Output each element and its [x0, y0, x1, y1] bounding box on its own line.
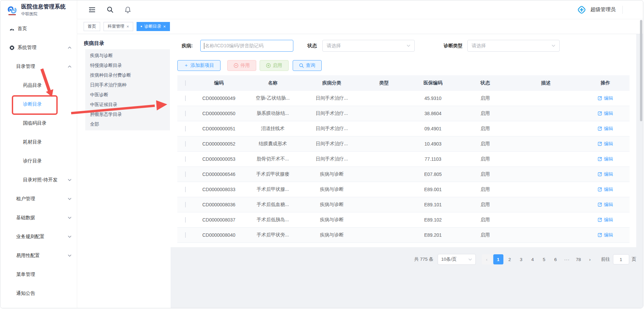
edit-button[interactable]: 编辑 — [598, 141, 613, 147]
panel-item-tcm-syndrome[interactable]: 中医证候目录 — [85, 100, 170, 109]
sidebar-item-system-mgmt[interactable]: 系统管理 — [0, 38, 77, 57]
vertical-scrollbar[interactable] — [640, 20, 642, 121]
edit-button[interactable]: 编辑 — [598, 126, 613, 132]
edit-button[interactable]: 编辑 — [598, 186, 613, 192]
tab-diagnosis-catalog[interactable]: ● 诊断目录 × — [137, 22, 170, 31]
row-checkbox[interactable] — [185, 187, 186, 192]
goto-page-input[interactable] — [613, 254, 629, 264]
diagnosis-type-select[interactable]: 请选择 — [467, 40, 560, 52]
panel-item-all[interactable]: 全部 — [85, 119, 170, 129]
catalog-card: 疾病: 名称/ICD10编码/拼音助记码 状态 请选择 诊断类型 请选择 — [171, 34, 636, 247]
disease-search-input[interactable]: 名称/ICD10编码/拼音助记码 — [200, 40, 293, 52]
cell-name: 肋骨切开术不... — [244, 156, 301, 162]
topbar: 超级管理员 — [77, 0, 643, 19]
sidebar-item-tenant-mgmt[interactable]: 租户管理 — [0, 189, 77, 208]
sidebar-item-drug-catalog[interactable]: 药品目录 — [0, 76, 77, 95]
panel-item-disease-diagnosis[interactable]: 疾病与诊断 — [85, 51, 170, 60]
tab-label: 科室管理 — [108, 24, 124, 29]
cell-status: 启用 — [460, 186, 510, 192]
sidebar-item-usability-config[interactable]: 易用性配置 — [0, 246, 77, 265]
tab-home[interactable]: 首页 — [84, 22, 100, 31]
select-all-checkbox[interactable] — [185, 80, 186, 86]
cell-code: CD0000006546 — [194, 172, 244, 177]
sidebar-item-catalog-mapping[interactable]: 目录对照-待开发 — [0, 171, 77, 189]
row-checkbox[interactable] — [185, 141, 186, 147]
page-button-1[interactable]: 1 — [493, 254, 503, 264]
button-label: 添加新项目 — [191, 62, 214, 69]
minus-circle-icon — [234, 63, 238, 68]
enable-button[interactable]: 启用 — [260, 60, 289, 71]
sidebar-item-catalog-mgmt[interactable]: 目录管理 — [0, 57, 77, 76]
next-page-button[interactable]: › — [585, 254, 595, 264]
page-button-6[interactable]: 6 — [551, 254, 561, 264]
collapse-menu-icon[interactable] — [89, 7, 95, 12]
prev-page-button[interactable]: ‹ — [482, 254, 492, 264]
status-select[interactable]: 请选择 — [322, 40, 415, 52]
search-icon[interactable] — [107, 6, 113, 13]
panel-item-payment-by-disease[interactable]: 按病种目录付费诊断 — [85, 70, 170, 80]
sidebar-item-label: 诊疗目录 — [23, 158, 42, 164]
sidebar-item-consumables-catalog[interactable]: 耗材目录 — [0, 133, 77, 152]
sidebar-item-label: 药品目录 — [23, 82, 42, 88]
query-button[interactable]: 查询 — [293, 60, 322, 71]
cell-insurance: 38.8604 — [406, 111, 460, 116]
chevron-down-icon — [468, 258, 472, 261]
panel-item-tumor-morphology[interactable]: 肿瘤形态学目录 — [85, 109, 170, 119]
panel-item-tcm-diagnosis[interactable]: 中医诊断 — [85, 90, 170, 100]
more-pages-icon[interactable]: ··· — [562, 254, 572, 264]
panel-item-chronic-diagnosis[interactable]: 特慢病诊断目录 — [85, 60, 170, 70]
edit-button[interactable]: 编辑 — [598, 202, 613, 208]
edit-button[interactable]: 编辑 — [598, 232, 613, 238]
medical-cross-icon — [576, 4, 587, 15]
cell-name: 空肠-乙状结肠... — [244, 95, 301, 101]
edit-button[interactable]: 编辑 — [598, 156, 613, 162]
bell-icon[interactable] — [125, 6, 131, 13]
add-item-button[interactable]: ＋ 添加新项目 — [177, 60, 221, 71]
sidebar-menu: 首页 系统管理 目录管理 药品目录 诊断目录 国临码目录 — [0, 19, 77, 303]
sidebar-item-business-rules[interactable]: 业务规则配置 — [0, 227, 77, 246]
input-placeholder: 名称/ICD10编码/拼音助记码 — [205, 43, 263, 49]
row-checkbox[interactable] — [185, 232, 186, 238]
edit-button[interactable]: 编辑 — [598, 95, 613, 101]
close-icon[interactable]: × — [163, 24, 166, 29]
user-box[interactable]: 超级管理员 — [576, 4, 623, 15]
row-checkbox[interactable] — [185, 172, 186, 177]
sidebar-item-home[interactable]: 首页 — [0, 19, 77, 38]
row-checkbox[interactable] — [185, 156, 186, 162]
page-button-3[interactable]: 3 — [516, 254, 526, 264]
col-header-action: 操作 — [581, 80, 630, 86]
sidebar-item-national-code-catalog[interactable]: 国临码目录 — [0, 114, 77, 133]
plus-icon: ＋ — [184, 62, 188, 69]
cell-category: 日间手术治疗... — [301, 156, 362, 162]
cell-code: CD0000008033 — [194, 187, 244, 192]
sidebar-item-base-data[interactable]: 基础数据 — [0, 208, 77, 227]
page-button-78[interactable]: 78 — [574, 254, 584, 264]
tab-department-mgmt[interactable]: 科室管理 × — [104, 22, 133, 31]
cell-code: CD0000000049 — [194, 96, 244, 101]
page-size-select[interactable]: 10条/页 — [438, 254, 476, 265]
page-button-4[interactable]: 4 — [528, 254, 538, 264]
sidebar-item-treatment-catalog[interactable]: 诊疗目录 — [0, 152, 77, 171]
sidebar-item-diagnosis-catalog[interactable]: 诊断目录 — [0, 95, 77, 114]
cell-insurance: 09.4901 — [406, 126, 460, 131]
sidebar-item-notice[interactable]: 通知公告 — [0, 284, 77, 303]
page-button-5[interactable]: 5 — [539, 254, 549, 264]
row-checkbox[interactable] — [185, 126, 186, 131]
edit-button[interactable]: 编辑 — [598, 217, 613, 223]
edit-button[interactable]: 编辑 — [598, 110, 613, 117]
panel-item-day-surgery[interactable]: 日间手术治疗病种 — [85, 80, 170, 90]
disable-button[interactable]: 停用 — [227, 60, 256, 71]
cell-insurance: 77.1103 — [406, 156, 460, 162]
sidebar-item-menu-mgmt[interactable]: 菜单管理 — [0, 265, 77, 284]
page-button-2[interactable]: 2 — [505, 254, 515, 264]
row-checkbox[interactable] — [185, 96, 186, 101]
col-header-category: 疾病分类 — [301, 80, 362, 86]
button-label: 启用 — [273, 62, 282, 69]
row-checkbox[interactable] — [185, 111, 186, 116]
row-checkbox[interactable] — [185, 217, 186, 223]
main-area: 疾病: 名称/ICD10编码/拼音助记码 状态 请选择 诊断类型 请选择 — [171, 34, 643, 308]
row-checkbox[interactable] — [185, 202, 186, 207]
close-icon[interactable]: × — [126, 24, 129, 29]
col-header-status: 状态 — [460, 80, 510, 86]
edit-button[interactable]: 编辑 — [598, 171, 613, 177]
